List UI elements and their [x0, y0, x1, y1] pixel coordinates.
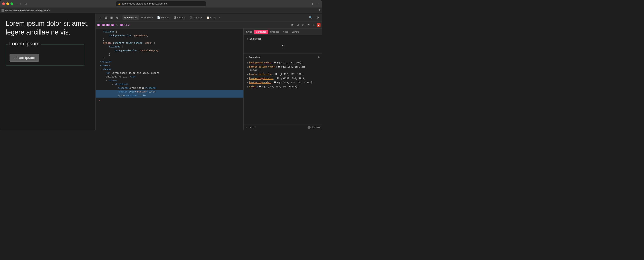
forward-button[interactable]: ›: [19, 2, 22, 6]
prop-name-color[interactable]: color: [249, 85, 256, 88]
tab-elements[interactable]: ⊟ Elements: [122, 15, 139, 20]
prop-name-border-top[interactable]: border-top-color: [249, 81, 271, 84]
right-panel: Styles Computed Changes Node Layers ▼ Bo…: [243, 29, 322, 130]
code-line-12: <p> Lorem ipsum dolor sit amet, legere: [96, 71, 243, 75]
filter-clear-button[interactable]: ✕: [308, 126, 310, 129]
tab-sources[interactable]: 📄 Sources: [155, 15, 172, 20]
prop-colon-3: :: [273, 73, 274, 76]
prop-name-border-bottom[interactable]: border-bottom-color: [249, 65, 275, 68]
code-line-5: fieldset {: [96, 45, 243, 49]
preview-pane: Lorem ipsum dolor sit amet,legere ancill…: [0, 14, 96, 130]
breadcrumb-badge-3[interactable]: E: [106, 24, 110, 26]
maximize-traffic-light[interactable]: [10, 3, 13, 5]
new-tab-icon[interactable]: +: [318, 9, 320, 12]
filter-icon[interactable]: ⊜: [318, 56, 320, 59]
highlight-button[interactable]: ■: [317, 23, 320, 27]
tab-favicon: [2, 9, 4, 12]
breadcrumb-bar: E › E › E › E fil... › E button ⊞ 🖨 ⬡ ⊟ …: [96, 22, 322, 29]
breadcrumb-arrow-3: ›: [110, 24, 111, 27]
traffic-lights: [2, 3, 13, 5]
prop-border-left-color: ▶ border-left-color : rgb(192, 192, 192)…: [244, 72, 322, 76]
code-line-13: ancillae ne vis. </p>: [96, 75, 243, 79]
print-button[interactable]: 🖨: [296, 23, 300, 27]
prop-border-bottom-continuation: 0.847);: [247, 68, 320, 72]
devtools-body: fieldset { background-color: gainsboro; …: [96, 29, 322, 130]
prop-name-border-left[interactable]: border-left-color: [249, 73, 272, 76]
devtools-close-button[interactable]: ✕: [97, 15, 102, 20]
prop-name-border-right[interactable]: border-right-color: [249, 77, 274, 80]
prop-name-background-color[interactable]: background-color: [249, 61, 271, 64]
breadcrumb-arrow-1: ›: [101, 24, 102, 27]
code-line-17[interactable]: <button type="button">Lorem: [96, 90, 243, 94]
prop-swatch-6[interactable]: [259, 86, 261, 87]
breadcrumb-badge-5[interactable]: E: [120, 24, 123, 26]
properties-section[interactable]: ▼ Properties ⊜ ▶ background-color : rgb(…: [244, 53, 322, 124]
more-tabs-button[interactable]: »: [218, 15, 222, 20]
prop-border-bottom-color: ▶ border-bottom-color : rgba(255, 255, 2…: [244, 65, 322, 72]
tab-layers[interactable]: Layers: [290, 30, 301, 34]
tab-graphics[interactable]: 🖼 Graphics: [188, 15, 204, 20]
pen-button[interactable]: ✏: [312, 23, 316, 27]
close-traffic-light[interactable]: [2, 3, 5, 5]
sidebar-button[interactable]: ⊡: [24, 2, 28, 6]
tab-node[interactable]: Node: [281, 30, 290, 34]
box-model-section: ▼ Box Model 2 –: [244, 35, 322, 53]
prop-colon-1: :: [272, 61, 273, 64]
devtools-split-v-button[interactable]: ⊞: [109, 15, 114, 20]
prop-arrow-1[interactable]: ▶: [247, 61, 248, 64]
breadcrumb-badge-4[interactable]: E: [111, 24, 114, 26]
prop-swatch-2[interactable]: [278, 66, 280, 68]
breadcrumb-badge-1[interactable]: E: [97, 24, 100, 26]
tab-audit[interactable]: 📋 Audit: [204, 15, 218, 20]
breadcrumb-button[interactable]: button: [124, 24, 130, 27]
prop-swatch-4[interactable]: [277, 77, 278, 79]
layout-button[interactable]: ⊟: [306, 23, 311, 27]
code-line-15: ▼ <fieldset>: [96, 83, 243, 86]
properties-arrow[interactable]: ▼: [246, 56, 248, 58]
tab-styles[interactable]: Styles: [244, 30, 254, 34]
tab-computed[interactable]: Computed: [254, 30, 268, 34]
breadcrumb-arrow-2: ›: [105, 24, 106, 27]
filter-input[interactable]: [249, 126, 306, 129]
box-model-title: Box Model: [250, 38, 261, 40]
prop-swatch-5[interactable]: [274, 81, 276, 83]
prop-arrow-3[interactable]: ▶: [247, 73, 248, 76]
address-bar[interactable]: 🔒 color-scheme-prefers-color-scheme.glit…: [116, 1, 206, 6]
grid-view-button[interactable]: ⊞: [290, 23, 295, 27]
search-button[interactable]: 🔍: [308, 15, 314, 20]
tab-changes[interactable]: Changes: [268, 30, 281, 34]
screenshot-button[interactable]: ⬡: [301, 23, 306, 27]
preview-button[interactable]: Lorem ipsum: [10, 54, 39, 62]
settings-button[interactable]: ⚙: [315, 15, 320, 20]
code-line-16: <legend>Lorem ipsum</legend>: [96, 86, 243, 90]
new-tab-button[interactable]: +: [316, 2, 320, 6]
minimize-traffic-light[interactable]: [6, 3, 9, 5]
prop-swatch-3[interactable]: [276, 73, 277, 75]
prop-colon-4: :: [274, 77, 276, 80]
devtools-target-button[interactable]: ⊕: [114, 15, 120, 20]
prop-arrow-5[interactable]: ▶: [247, 81, 248, 84]
code-line-8: }: [96, 56, 243, 60]
prop-swatch-1[interactable]: [274, 62, 276, 63]
breadcrumb-fil[interactable]: fil...: [115, 24, 118, 27]
breadcrumb-badge-2[interactable]: E: [102, 24, 105, 26]
prop-arrow-2[interactable]: ▶: [247, 65, 248, 68]
devtools-split-h-button[interactable]: ⊟: [103, 15, 108, 20]
title-bar-right: ⬆ +: [310, 2, 320, 6]
prop-colon-5: :: [272, 81, 273, 84]
box-model-arrow[interactable]: ▼: [246, 38, 248, 40]
console-prompt[interactable]: ›: [96, 97, 243, 103]
prop-arrow-6[interactable]: ▶: [247, 85, 248, 88]
classes-button[interactable]: Classes: [312, 126, 320, 129]
code-line-18[interactable]: ipsum</button> == $0: [96, 94, 243, 97]
prop-arrow-4[interactable]: ▶: [247, 77, 248, 80]
prop-background-color: ▶ background-color : rgb(192, 192, 192);: [244, 61, 322, 65]
back-button[interactable]: ‹: [15, 2, 18, 6]
box-model-header: ▼ Box Model: [246, 38, 319, 40]
code-panel[interactable]: fieldset { background-color: gainsboro; …: [96, 29, 243, 130]
prop-header-left: ▼ Properties: [246, 56, 260, 59]
share-button[interactable]: ⬆: [310, 2, 315, 6]
tab-network[interactable]: ⟳ Network: [140, 15, 155, 20]
prop-value-2a: rgba(255, 255, 255,: [281, 65, 307, 68]
tab-storage[interactable]: 🗄 Storage: [172, 15, 187, 20]
